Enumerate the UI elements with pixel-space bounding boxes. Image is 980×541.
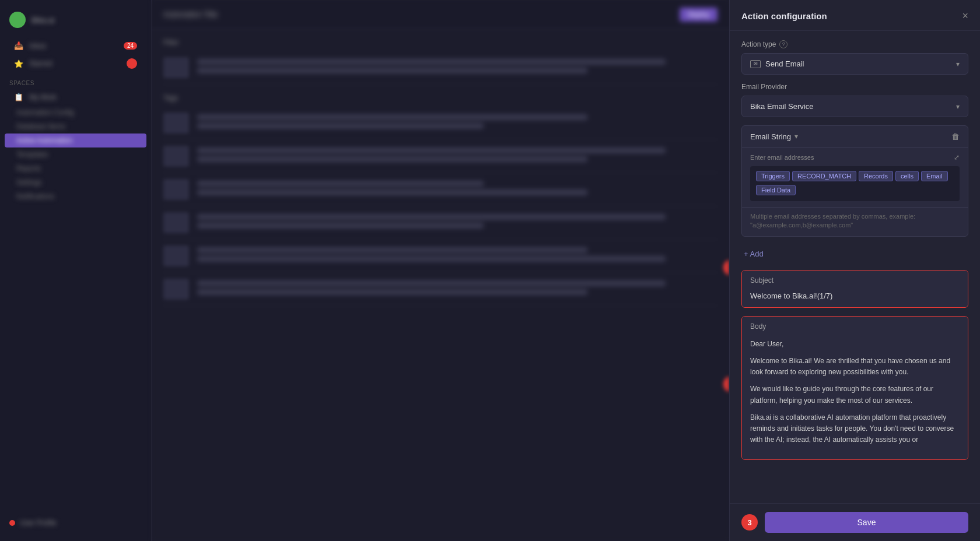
sidebar-item-mywork[interactable]: 📋 My Work — [5, 89, 146, 106]
sidebar: Bika.ai 📥 Inbox 24 ⭐ Starred Spaces 📋 My… — [0, 0, 152, 541]
list-text — [197, 247, 718, 265]
sub-item-label: Reports — [16, 164, 41, 173]
sidebar-sub-item-5[interactable]: Reports — [0, 161, 151, 175]
email-tag[interactable]: Triggers — [756, 171, 790, 181]
text-line — [197, 123, 484, 129]
sidebar-sub-item-6[interactable]: Settings — [0, 175, 151, 189]
status-dot — [9, 520, 15, 526]
email-tag[interactable]: Records — [859, 171, 893, 181]
save-button[interactable]: Save — [765, 512, 968, 533]
sub-item-label: Active Automation — [16, 136, 72, 145]
subject-section: Subject Welcome to Bika.ai!(1/7) — [741, 270, 968, 308]
sidebar-item-starred[interactable]: ⭐ Starred — [5, 54, 146, 73]
list-text — [197, 114, 718, 132]
email-tag[interactable]: Field Data — [756, 185, 796, 195]
select-left: ✉ Send Email — [750, 59, 804, 68]
inbox-icon: 📥 — [14, 41, 23, 50]
sub-item-label: Database Items — [16, 122, 65, 131]
list-item — [163, 173, 718, 206]
sidebar-item-inbox[interactable]: 📥 Inbox 24 — [5, 37, 146, 54]
section-title-filter: Filter — [163, 38, 718, 47]
sub-item-label: Automation Config — [16, 108, 74, 117]
chevron-down-icon[interactable]: ▾ — [794, 132, 798, 140]
email-string-header: Email String ▾ 🗑 — [742, 126, 968, 147]
close-button[interactable]: × — [962, 10, 968, 21]
panel-footer: 3 Save — [730, 503, 980, 541]
text-line — [197, 256, 666, 262]
email-string-title: Email String ▾ — [750, 132, 798, 141]
email-provider-select[interactable]: Bika Email Service ▾ — [741, 96, 968, 117]
app-logo — [9, 12, 26, 28]
action-type-select[interactable]: ✉ Send Email ▾ — [741, 53, 968, 75]
list-text — [197, 59, 718, 76]
text-line — [197, 280, 666, 286]
subject-value[interactable]: Welcome to Bika.ai!(1/7) — [742, 288, 968, 307]
tags-container[interactable]: TriggersRECORD_MATCHRecordscellsEmailFie… — [750, 166, 960, 201]
sidebar-item-label: Inbox — [29, 42, 46, 50]
hint-text: Multiple email addresses separated by co… — [742, 208, 968, 236]
list-thumb — [163, 245, 189, 266]
email-provider-label: Email Provider — [741, 83, 968, 91]
main-list: Filter Tags — [152, 29, 729, 315]
list-thumb — [163, 279, 189, 300]
sidebar-item-label: Starred — [29, 59, 52, 68]
list-thumb — [163, 146, 189, 167]
info-icon: ? — [779, 40, 788, 48]
list-item — [163, 140, 718, 173]
text-line — [197, 147, 666, 153]
list-thumb — [163, 179, 189, 200]
list-text — [197, 181, 718, 198]
body-header: Body — [742, 317, 968, 334]
sidebar-sub-item-2[interactable]: Database Items — [0, 120, 151, 134]
list-text — [197, 147, 718, 165]
chevron-down-icon: ▾ — [956, 60, 960, 68]
work-icon: 📋 — [14, 93, 23, 101]
section-title-tags: Tags — [163, 94, 718, 102]
step-badge-2: 2 — [723, 376, 729, 392]
inbox-badge: 24 — [124, 42, 137, 50]
starred-badge — [127, 58, 137, 69]
email-tag[interactable]: RECORD_MATCH — [792, 171, 856, 181]
email-string-section: Email String ▾ 🗑 Enter email addresses ⤢… — [741, 125, 968, 237]
chevron-down-icon: ▾ — [956, 103, 960, 111]
list-item — [163, 273, 718, 306]
list-text — [197, 280, 718, 298]
body-section: Body Dear User,Welcome to Bika.ai! We ar… — [741, 316, 968, 461]
sidebar-sub-item-4[interactable]: Templates — [0, 147, 151, 161]
email-tag[interactable]: Email — [921, 171, 948, 181]
email-icon: ✉ — [750, 60, 761, 68]
main-title: Automation Title — [163, 10, 218, 19]
deploy-button[interactable]: Deploy — [680, 8, 718, 22]
text-line — [197, 189, 587, 195]
sub-item-label: Templates — [16, 150, 48, 159]
email-input-area: Enter email addresses ⤢ TriggersRECORD_M… — [742, 147, 968, 208]
sidebar-sub-item-1[interactable]: Automation Config — [0, 106, 151, 120]
sidebar-item-label: My Work — [29, 93, 57, 101]
email-provider-value: Bika Email Service — [750, 102, 813, 111]
star-icon: ⭐ — [14, 59, 23, 68]
text-line — [197, 247, 587, 253]
body-paragraph: We would like to guide you through the c… — [750, 384, 960, 406]
list-thumb — [163, 212, 189, 233]
add-button[interactable]: + Add — [741, 245, 968, 263]
trash-icon[interactable]: 🗑 — [951, 132, 960, 141]
text-line — [197, 68, 587, 73]
expand-icon[interactable]: ⤢ — [954, 153, 960, 161]
body-paragraph: Welcome to Bika.ai! We are thrilled that… — [750, 356, 960, 378]
sub-item-label: Settings — [16, 178, 41, 187]
footer-user: User Profile — [20, 519, 57, 527]
email-tag[interactable]: cells — [895, 171, 919, 181]
app-name: Bika.ai — [32, 16, 54, 24]
list-item — [163, 206, 718, 240]
main-header: Automation Title Deploy — [152, 0, 729, 29]
panel-title: Action configuration — [741, 11, 827, 21]
text-line — [197, 223, 484, 229]
panel-body: Action type ? ✉ Send Email ▾ Email Provi… — [730, 31, 980, 503]
sub-item-label: Notifications — [16, 192, 54, 201]
list-thumb — [163, 113, 189, 134]
text-line — [197, 181, 484, 187]
list-thumb — [163, 57, 189, 78]
sidebar-sub-item-3-active[interactable]: Active Automation — [5, 134, 146, 147]
sidebar-sub-item-7[interactable]: Notifications — [0, 189, 151, 203]
body-content[interactable]: Dear User,Welcome to Bika.ai! We are thr… — [742, 334, 968, 460]
